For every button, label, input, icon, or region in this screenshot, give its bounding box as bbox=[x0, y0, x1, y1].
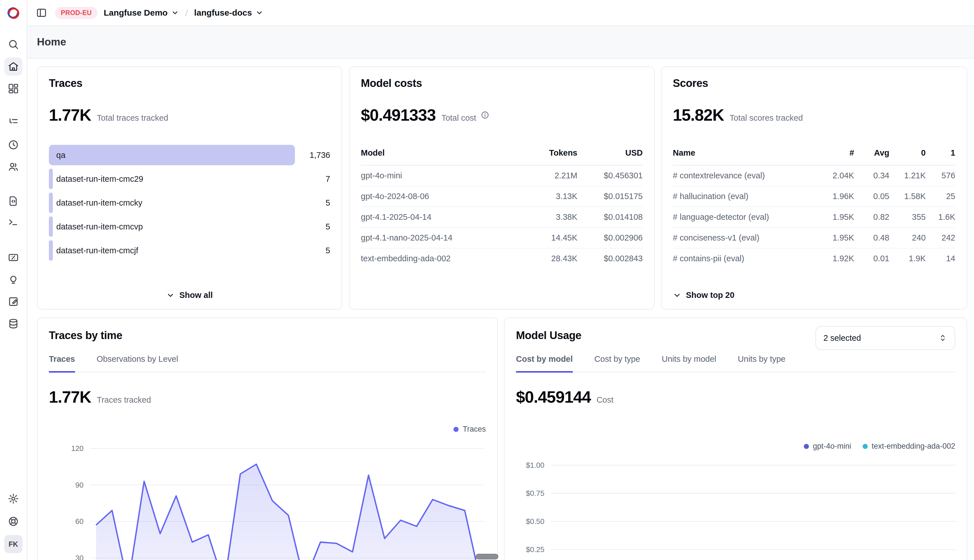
search-icon[interactable] bbox=[4, 35, 22, 53]
sessions-clock-icon bbox=[8, 139, 19, 150]
traces-timeseries-chart[interactable]: 120906030 bbox=[63, 438, 486, 560]
chevron-down-icon bbox=[171, 9, 179, 17]
sidebar-item-playground[interactable] bbox=[4, 214, 22, 232]
sidebar-item-users[interactable] bbox=[4, 158, 22, 176]
row-value: 2.21M bbox=[523, 171, 577, 180]
row-label: # hallucination (eval) bbox=[673, 192, 817, 201]
breadcrumb-separator: / bbox=[185, 7, 188, 18]
metric-label: Total cost bbox=[441, 113, 476, 123]
trace-bar bbox=[49, 145, 295, 165]
row-value: $0.002906 bbox=[577, 233, 643, 243]
page-header: Home bbox=[27, 26, 974, 58]
sidebar-toggle-button[interactable] bbox=[34, 5, 49, 20]
chevron-down-icon bbox=[166, 291, 175, 300]
trace-list-item[interactable]: qa1,736 bbox=[49, 145, 330, 165]
table-header: Model Tokens USD bbox=[361, 148, 643, 165]
column-header: USD bbox=[577, 148, 643, 158]
trace-list-item[interactable]: dataset-run-item-cmcky5 bbox=[49, 193, 330, 213]
langfuse-logo[interactable] bbox=[0, 0, 27, 26]
sidebar-item-tracing[interactable] bbox=[4, 113, 22, 132]
table-row: # conciseness-v1 (eval)1.95K0.48240242 bbox=[673, 228, 955, 248]
sidebar-item-dashboards[interactable] bbox=[4, 80, 22, 98]
tab-cost-by-type[interactable]: Cost by type bbox=[595, 354, 640, 372]
metric-value: $0.459144 bbox=[516, 387, 591, 407]
legend-dot-icon bbox=[453, 427, 459, 432]
table-row: gpt-4.1-2025-04-143.38K$0.014108 bbox=[361, 207, 643, 228]
model-usage-card: Model Usage 2 selected Cost by model Cos… bbox=[504, 317, 967, 560]
sidebar-item-prompts[interactable] bbox=[4, 192, 22, 210]
legend-dot-icon bbox=[804, 444, 809, 449]
y-axis-tick-label: $0.75 bbox=[526, 489, 545, 498]
evaluation-icon bbox=[8, 252, 19, 263]
row-value: 2.04K bbox=[817, 171, 854, 180]
row-value: 1.21K bbox=[889, 171, 926, 180]
metric-label: Cost bbox=[596, 395, 613, 405]
settings-button[interactable] bbox=[4, 490, 22, 508]
sidebar-item-home[interactable] bbox=[4, 57, 22, 75]
legend-label: text-embedding-ada-002 bbox=[872, 442, 955, 451]
scrollbar-thumb[interactable] bbox=[476, 554, 498, 560]
scores-table: Name # Avg 0 1 # contextrelevance (eval)… bbox=[673, 148, 955, 268]
tab-units-by-model[interactable]: Units by model bbox=[662, 354, 716, 372]
sidebar-item-sessions[interactable] bbox=[4, 136, 22, 154]
traces-by-time-tabs: Traces Observations by Level bbox=[49, 354, 486, 372]
tab-cost-by-model[interactable]: Cost by model bbox=[516, 354, 573, 373]
card-title: Traces bbox=[49, 77, 330, 90]
project-switcher[interactable]: langfuse-docs bbox=[194, 8, 263, 18]
tab-traces[interactable]: Traces bbox=[49, 354, 75, 373]
app-root: FK PROD-EU Langfuse Demo / langfuse-docs… bbox=[0, 0, 974, 560]
show-all-button[interactable]: Show all bbox=[37, 290, 341, 300]
chevron-down-icon bbox=[256, 9, 263, 17]
settings-gear-icon bbox=[8, 493, 19, 504]
topbar: PROD-EU Langfuse Demo / langfuse-docs bbox=[27, 0, 974, 26]
row-value: 1.95K bbox=[817, 233, 854, 243]
show-all-label: Show all bbox=[179, 290, 213, 300]
metric-value: 1.77K bbox=[49, 387, 91, 407]
sidebar-item-datasets[interactable] bbox=[4, 292, 22, 311]
row-value: 0.48 bbox=[854, 233, 889, 243]
database-icon bbox=[8, 318, 19, 329]
sidebar-item-evaluation[interactable] bbox=[4, 248, 22, 267]
show-top-20-button[interactable]: Show top 20 bbox=[673, 290, 735, 300]
sidebar-item-insights[interactable] bbox=[4, 270, 22, 288]
model-usage-chart[interactable]: $1.00$0.75$0.50$0.25 bbox=[511, 455, 959, 560]
traces-card: Traces 1.77K Total traces tracked qa1,73… bbox=[37, 67, 342, 310]
trace-list-item[interactable]: dataset-run-item-cmcjf5 bbox=[49, 240, 330, 261]
row-label: # contains-pii (eval) bbox=[673, 254, 817, 263]
sidebar-item-database[interactable] bbox=[4, 315, 22, 333]
model-usage-tabs: Cost by model Cost by type Units by mode… bbox=[516, 354, 955, 372]
row-value: 1.95K bbox=[817, 212, 854, 222]
legend-item[interactable]: gpt-4o-mini bbox=[804, 442, 851, 451]
card-title: Model costs bbox=[361, 77, 643, 90]
support-button[interactable] bbox=[4, 512, 22, 530]
trace-list-item[interactable]: dataset-run-item-cmc297 bbox=[49, 169, 330, 189]
row-value: 242 bbox=[926, 233, 955, 243]
info-icon[interactable] bbox=[481, 111, 489, 119]
lightbulb-icon bbox=[8, 274, 19, 285]
table-row: # contextrelevance (eval)2.04K0.341.21K5… bbox=[673, 165, 955, 186]
tab-units-by-type[interactable]: Units by type bbox=[738, 354, 785, 372]
model-costs-metric: $0.491333 Total cost bbox=[361, 105, 643, 124]
metric-label: Total traces tracked bbox=[97, 113, 168, 123]
card-title: Model Usage bbox=[516, 329, 581, 342]
metric-value: $0.491333 bbox=[361, 105, 436, 124]
user-avatar[interactable]: FK bbox=[4, 535, 22, 553]
metric-value: 15.82K bbox=[673, 105, 724, 124]
column-header: Name bbox=[673, 148, 817, 158]
tab-observations-by-level[interactable]: Observations by Level bbox=[97, 354, 178, 372]
trace-list-item[interactable]: dataset-run-item-cmcvp5 bbox=[49, 217, 330, 237]
row-value: 240 bbox=[889, 233, 926, 243]
model-select-dropdown[interactable]: 2 selected bbox=[815, 326, 955, 350]
org-switcher[interactable]: Langfuse Demo bbox=[104, 8, 179, 18]
card-title: Scores bbox=[673, 77, 955, 90]
column-header: # bbox=[817, 148, 854, 158]
legend-item[interactable]: Traces bbox=[453, 425, 486, 433]
trace-name: dataset-run-item-cmcjf bbox=[56, 240, 138, 261]
row-value: 576 bbox=[926, 171, 955, 180]
legend-item[interactable]: text-embedding-ada-002 bbox=[863, 442, 955, 451]
y-axis-tick-label: 60 bbox=[75, 517, 84, 526]
table-body: # contextrelevance (eval)2.04K0.341.21K5… bbox=[673, 165, 955, 268]
trace-count: 5 bbox=[326, 217, 330, 237]
model-usage-metric: $0.459144 Cost bbox=[516, 387, 613, 407]
project-name: langfuse-docs bbox=[194, 8, 252, 18]
